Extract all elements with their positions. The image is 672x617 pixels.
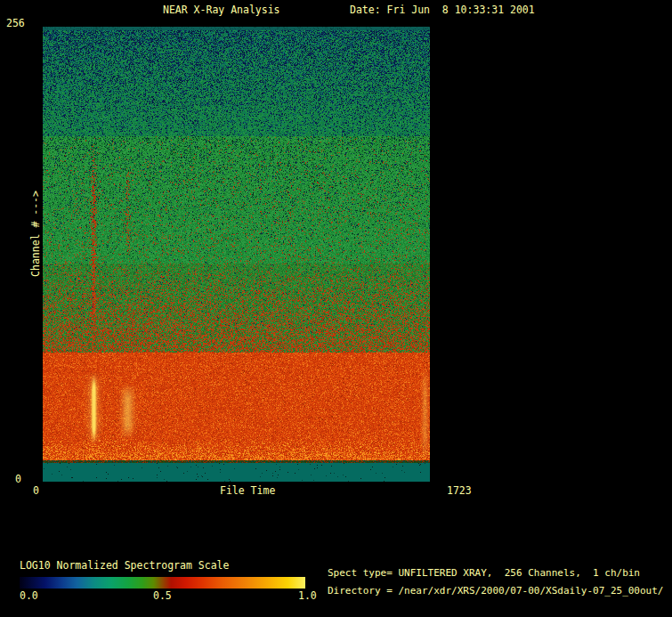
colorbar-tick-max: 1.0: [298, 590, 317, 602]
colorbar-title: LOG10 Normalized Spectrogram Scale: [20, 560, 229, 572]
colorbar-tick-min: 0.0: [20, 590, 38, 602]
colorbar-gradient: [20, 577, 305, 589]
spectrogram-plot: [43, 27, 430, 482]
x-axis-title: File Time: [220, 485, 275, 497]
y-axis-min-label: 0: [15, 474, 21, 485]
spect-type-line: Spect type= UNFILTERED XRAY, 256 Channel…: [328, 567, 640, 579]
directory-line: Directory = /near/xdr/XRS/2000/07-00/XSd…: [328, 585, 664, 597]
x-axis-min-label: 0: [33, 485, 39, 497]
date-label: Date: Fri Jun 8 10:33:31 2001: [350, 4, 535, 16]
y-axis-max-label: 256: [6, 18, 25, 29]
page-title: NEAR X-Ray Analysis: [163, 4, 280, 16]
x-axis-max-label: 1723: [447, 485, 472, 497]
near-xray-analysis-window: NEAR X-Ray Analysis Date: Fri Jun 8 10:3…: [0, 0, 672, 617]
colorbar-tick-mid: 0.5: [153, 590, 172, 602]
y-axis-title: Channel # --->: [30, 172, 42, 296]
